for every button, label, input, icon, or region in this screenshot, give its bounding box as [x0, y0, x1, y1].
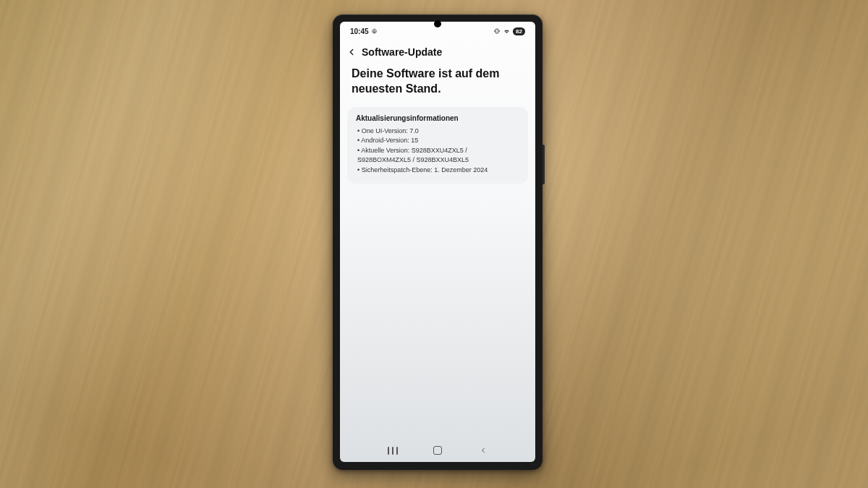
recents-button[interactable] — [378, 444, 407, 457]
home-icon — [433, 446, 442, 455]
settings-icon — [371, 28, 378, 35]
info-item-version: • Aktuelle Version: S928BXXU4ZXL5 / S928… — [356, 146, 519, 166]
status-time: 10:45 — [350, 27, 369, 35]
vibrate-icon — [493, 27, 501, 35]
battery-percent: 82 — [516, 28, 522, 35]
status-headline: Deine Software ist auf dem neuesten Stan… — [340, 62, 535, 107]
navigation-bar — [340, 440, 535, 462]
front-camera — [434, 20, 441, 27]
nav-back-button[interactable] — [469, 444, 498, 457]
power-button[interactable] — [542, 145, 545, 184]
update-info-card: Aktualisierungsinformationen • One UI-Ve… — [347, 107, 528, 184]
svg-rect-1 — [495, 29, 498, 33]
recents-icon — [388, 447, 398, 455]
wifi-icon — [503, 27, 511, 35]
back-button[interactable] — [346, 46, 357, 58]
info-card-title: Aktualisierungsinformationen — [356, 114, 519, 122]
home-button[interactable] — [423, 444, 452, 457]
phone-screen: 10:45 82 — [340, 22, 535, 462]
chevron-left-icon — [479, 446, 488, 455]
info-item-android: • Android-Version: 15 — [356, 136, 519, 146]
svg-point-0 — [373, 30, 375, 32]
chevron-left-icon — [346, 47, 357, 57]
info-item-patch: • Sicherheitspatch-Ebene: 1. Dezember 20… — [356, 166, 519, 176]
page-header: Software-Update — [340, 40, 535, 62]
phone-frame: 10:45 82 — [333, 14, 542, 470]
page-title: Software-Update — [362, 46, 442, 58]
battery-indicator: 82 — [513, 27, 525, 35]
info-item-one-ui: • One UI-Version: 7.0 — [356, 127, 519, 137]
